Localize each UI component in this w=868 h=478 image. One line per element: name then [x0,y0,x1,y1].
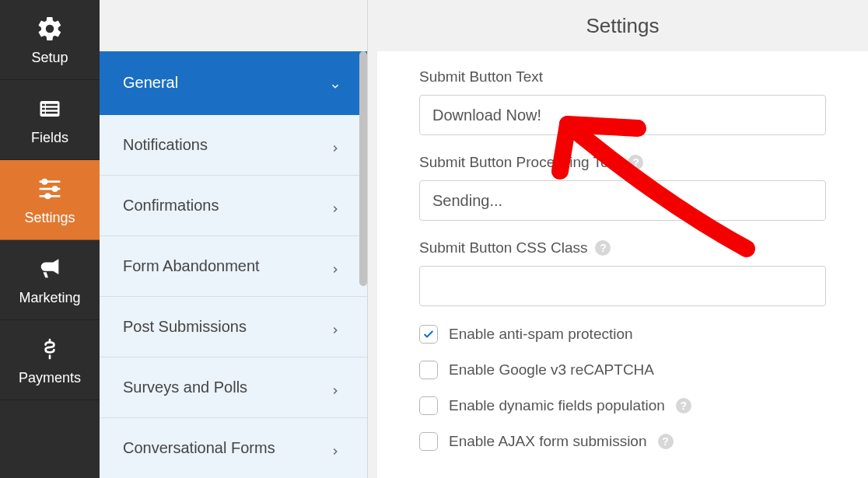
page-title: Settings [377,0,868,51]
nav-label: Setup [31,50,68,66]
nav-settings[interactable]: Settings [0,160,100,240]
subpanel-label: Post Submissions [123,318,247,336]
svg-point-10 [41,178,47,184]
chevron-right-icon [330,322,341,333]
subpanel-label: General [123,74,178,92]
check-ajax[interactable]: Enable AJAX form submission ? [419,432,826,451]
subpanel-list: General Notifications Confirmations Form… [100,51,367,478]
check-label: Enable Google v3 reCAPTCHA [449,361,654,379]
gear-icon [35,14,65,44]
svg-rect-5 [42,111,45,113]
subpanel-item-confirmations[interactable]: Confirmations [100,176,367,236]
subpanel-item-conversational-forms[interactable]: Conversational Forms [100,418,367,478]
help-icon[interactable]: ? [676,398,691,413]
dollar-icon [35,334,65,364]
vertical-nav: Setup Fields Settings Marketing Payments [0,0,100,478]
check-label: Enable anti-spam protection [449,326,633,343]
svg-point-12 [44,193,51,199]
subpanel-item-surveys-polls[interactable]: Surveys and Polls [100,358,367,418]
check-label: Enable dynamic fields population [449,397,665,414]
scrollbar[interactable] [359,51,367,286]
nav-label: Settings [24,210,75,226]
settings-subpanel: General Notifications Confirmations Form… [100,0,368,478]
css-class-input[interactable] [419,266,826,306]
subpanel-item-general[interactable]: General [100,51,367,115]
svg-rect-2 [46,103,58,106]
svg-point-11 [52,186,58,192]
sliders-icon [35,174,65,204]
nav-payments[interactable]: Payments [0,320,100,400]
help-icon[interactable]: ? [628,155,643,170]
checkbox-icon [419,432,438,451]
checkbox-icon [419,325,438,344]
processing-text-input[interactable] [419,180,826,221]
bullhorn-icon [35,254,65,284]
chevron-right-icon [330,261,341,272]
nav-label: Fields [31,130,68,146]
chevron-right-icon [330,382,341,393]
check-label: Enable AJAX form submission [449,433,647,450]
chevron-down-icon [330,78,341,89]
chevron-right-icon [330,443,341,454]
checkbox-icon [419,396,438,415]
svg-rect-3 [42,107,45,110]
subpanel-label: Conversational Forms [123,439,275,457]
subpanel-label: Surveys and Polls [123,379,247,396]
nav-marketing[interactable]: Marketing [0,240,100,320]
help-icon[interactable]: ? [595,240,611,256]
subpanel-label: Confirmations [123,197,219,215]
chevron-right-icon [330,201,341,211]
help-icon[interactable]: ? [658,434,674,449]
subpanel-item-notifications[interactable]: Notifications [100,115,367,176]
check-recaptcha[interactable]: Enable Google v3 reCAPTCHA [419,361,826,379]
submit-text-label: Submit Button Text [419,68,826,85]
check-dynamic-fields[interactable]: Enable dynamic fields population ? [419,396,826,415]
subpanel-item-post-submissions[interactable]: Post Submissions [100,297,367,358]
subpanel-item-form-abandonment[interactable]: Form Abandonment [100,236,367,297]
checkbox-icon [419,361,438,379]
nav-setup[interactable]: Setup [0,0,100,80]
submit-text-input[interactable] [419,95,826,135]
subpanel-label: Form Abandonment [123,257,260,275]
nav-label: Marketing [19,290,80,306]
svg-rect-6 [46,111,58,113]
css-class-label: Submit Button CSS Class [419,239,587,256]
check-antispam[interactable]: Enable anti-spam protection [419,325,826,344]
nav-label: Payments [19,370,81,386]
subpanel-label: Notifications [123,136,208,154]
main-content: Settings Submit Button Text Submit Butto… [377,0,868,478]
list-icon [35,94,65,124]
chevron-right-icon [330,140,341,151]
processing-text-label: Submit Button Processing Text [419,154,620,171]
svg-rect-1 [42,103,45,106]
nav-fields[interactable]: Fields [0,80,100,160]
svg-rect-4 [46,107,58,110]
